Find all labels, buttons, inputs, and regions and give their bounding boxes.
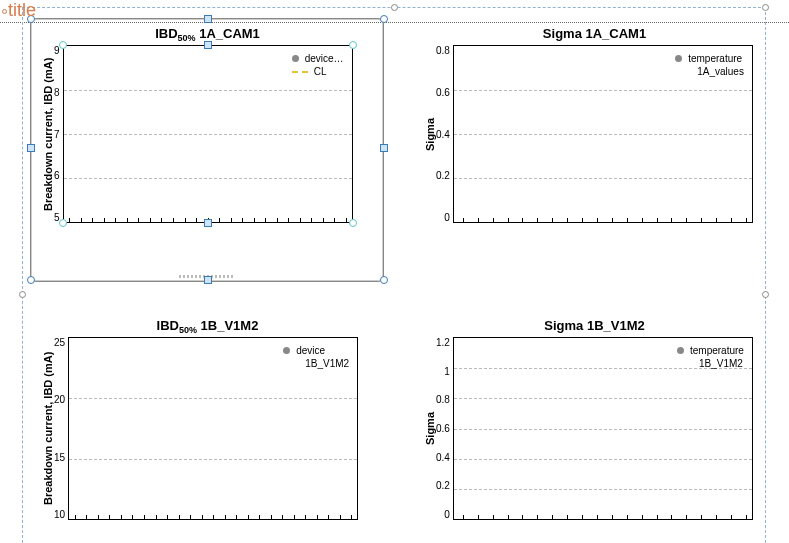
y-tick: 0 <box>436 212 450 223</box>
chart-title-suffix: 1A_CAM1 <box>196 26 260 41</box>
y-tick: 0.4 <box>436 129 450 140</box>
legend-sublabel: 1B_V1M2 <box>699 357 743 370</box>
grid-line <box>454 489 752 490</box>
chart-title: Sigma 1A_CAM1 <box>422 26 767 41</box>
page-box-left <box>22 7 23 543</box>
y-axis-ticks: 1.2 1 0.8 0.6 0.4 0.2 0 <box>436 337 453 520</box>
y-tick: 0.6 <box>436 423 450 434</box>
legend-label: device… <box>305 52 344 65</box>
page-box-handle-left[interactable] <box>19 291 26 298</box>
grid-line <box>69 398 357 399</box>
y-axis-ticks: 25 20 15 10 <box>54 337 68 520</box>
grid-line <box>64 90 352 91</box>
plot-handle[interactable] <box>59 219 67 227</box>
legend-label: temperature <box>690 344 744 357</box>
legend-marker-dot <box>292 55 299 62</box>
selection-handle-w[interactable] <box>27 144 35 152</box>
y-axis-label: Sigma <box>422 45 436 223</box>
y-tick: 0.2 <box>436 480 450 491</box>
chart-sigma-1a[interactable]: Sigma 1A_CAM1 Sigma 0.8 0.6 0.4 0.2 0 te… <box>422 26 767 223</box>
plot-area[interactable]: temperature 1B_V1M2 <box>453 337 753 520</box>
chart-title-suffix: 1B_V1M2 <box>197 318 258 333</box>
chart-title: IBD50% 1A_CAM1 <box>40 26 375 41</box>
grid-line <box>454 134 752 135</box>
grid-line <box>64 134 352 135</box>
y-tick: 15 <box>54 452 65 463</box>
plot-area[interactable]: device… CL <box>63 45 353 223</box>
legend-marker-dot <box>283 347 290 354</box>
y-axis-ticks: 9 8 7 6 5 <box>54 45 63 223</box>
chart-ibd-1b[interactable]: IBD50% 1B_V1M2 Breakdown current, IBD (m… <box>40 318 375 520</box>
selection-handle-n[interactable] <box>204 15 212 23</box>
chart-title-prefix: IBD <box>157 318 179 333</box>
y-tick: 0 <box>436 509 450 520</box>
chart-sigma-1b[interactable]: Sigma 1B_V1M2 Sigma 1.2 1 0.8 0.6 0.4 0.… <box>422 318 767 520</box>
y-tick: 20 <box>54 394 65 405</box>
y-axis-label: Breakdown current, IBD (mA) <box>40 45 54 223</box>
plot-handle[interactable] <box>204 219 212 227</box>
legend-marker-dot <box>677 347 684 354</box>
chart-title-prefix: IBD <box>155 26 177 41</box>
page-title-placeholder[interactable]: title <box>8 0 36 21</box>
chart-legend: temperature 1B_V1M2 <box>677 344 744 370</box>
legend-marker-dot <box>675 55 682 62</box>
grid-line <box>454 178 752 179</box>
y-tick: 1.2 <box>436 337 450 348</box>
chart-legend: temperature 1A_values <box>675 52 744 78</box>
chart-ibd-1a[interactable]: IBD50% 1A_CAM1 Breakdown current, IBD (m… <box>40 26 375 223</box>
plot-area[interactable]: device 1B_V1M2 <box>68 337 358 520</box>
selection-handle-e[interactable] <box>380 144 388 152</box>
legend-label: temperature <box>688 52 742 65</box>
page-box-handle-topright[interactable] <box>762 4 769 11</box>
legend-label: device <box>296 344 325 357</box>
legend-label: CL <box>314 65 327 78</box>
y-tick: 25 <box>54 337 65 348</box>
page-box-handle-top[interactable] <box>391 4 398 11</box>
y-tick: 0.8 <box>436 45 450 56</box>
grid-line <box>69 459 357 460</box>
page-box-handle-right[interactable] <box>762 291 769 298</box>
chart-title-sub: 50% <box>178 33 196 43</box>
legend-marker-dash <box>292 71 308 73</box>
y-tick: 7 <box>54 129 60 140</box>
y-tick: 10 <box>54 509 65 520</box>
plot-handle[interactable] <box>349 41 357 49</box>
chart-legend: device… CL <box>292 52 344 78</box>
title-placeholder-handle[interactable] <box>2 9 7 14</box>
y-tick: 0.4 <box>436 452 450 463</box>
selection-handle-sw[interactable] <box>27 276 35 284</box>
chart-title: IBD50% 1B_V1M2 <box>40 318 375 333</box>
grid-line <box>454 398 752 399</box>
y-tick: 1 <box>436 366 450 377</box>
chart-title: Sigma 1B_V1M2 <box>422 318 767 333</box>
y-axis-label: Sigma <box>422 337 436 520</box>
plot-handle[interactable] <box>349 219 357 227</box>
plot-area[interactable]: temperature 1A_values <box>453 45 753 223</box>
selection-handle-ne[interactable] <box>380 15 388 23</box>
y-axis-label: Breakdown current, IBD (mA) <box>40 337 54 520</box>
grid-line <box>454 429 752 430</box>
chart-legend: device 1B_V1M2 <box>283 344 349 370</box>
y-tick: 0.8 <box>436 394 450 405</box>
y-tick: 0.6 <box>436 87 450 98</box>
y-tick: 8 <box>54 87 60 98</box>
grid-line <box>64 178 352 179</box>
plot-handle[interactable] <box>59 41 67 49</box>
selection-handle-se[interactable] <box>380 276 388 284</box>
plot-handle[interactable] <box>204 41 212 49</box>
selection-handle-s[interactable] <box>204 276 212 284</box>
grid-line <box>454 459 752 460</box>
grid-line <box>454 90 752 91</box>
y-tick: 0.2 <box>436 170 450 181</box>
y-axis-ticks: 0.8 0.6 0.4 0.2 0 <box>436 45 453 223</box>
legend-sublabel: 1B_V1M2 <box>305 357 349 370</box>
y-tick: 6 <box>54 170 60 181</box>
legend-sublabel: 1A_values <box>697 65 744 78</box>
chart-title-sub: 50% <box>179 325 197 335</box>
